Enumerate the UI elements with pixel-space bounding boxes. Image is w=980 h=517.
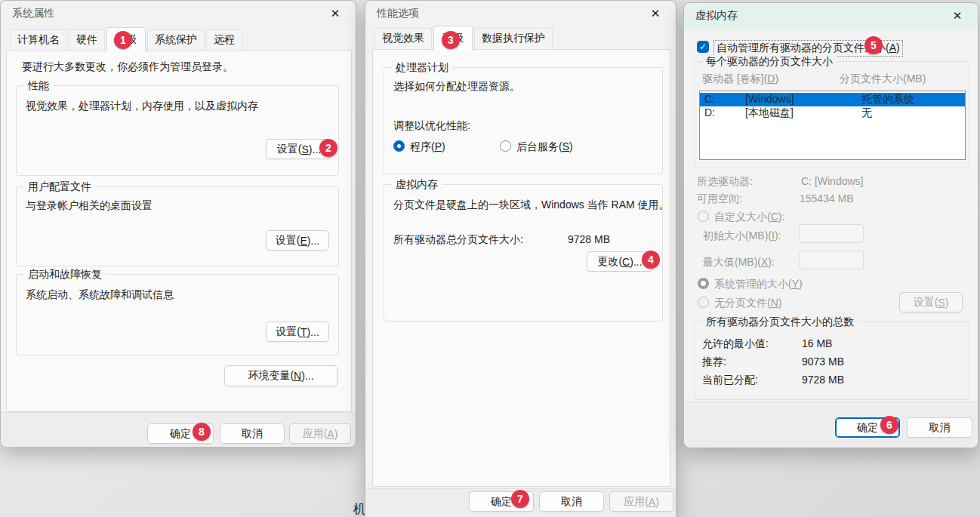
drive-letter: D: xyxy=(704,106,715,118)
performance-group: 性能 视觉效果，处理器计划，内存使用，以及虚拟内存 设置(S)... xyxy=(16,85,339,176)
tab-remote[interactable]: 远程 xyxy=(206,29,242,51)
per-drive-legend: 每个驱动器的分页文件大小 xyxy=(702,54,837,69)
radio-no-paging-file[interactable] xyxy=(698,297,709,308)
drive-paging-size: 无 xyxy=(861,106,872,120)
radio-system-managed-label[interactable]: 系统管理的大小(Y) xyxy=(714,278,803,291)
drive-row-c[interactable]: C: [Windows] 托管的系统 xyxy=(700,93,965,106)
radio-programs-label[interactable]: 程序(P) xyxy=(410,140,445,154)
radio-custom-size[interactable] xyxy=(698,211,709,222)
drive-letter: C: xyxy=(704,93,715,105)
currently-allocated-label: 当前已分配: xyxy=(702,374,758,387)
initial-size-label: 初始大小(MB)(I): xyxy=(703,229,781,243)
step-badge-1: 1 xyxy=(114,31,132,49)
set-button[interactable]: 设置(S) xyxy=(899,292,963,312)
close-icon[interactable]: ✕ xyxy=(322,4,348,23)
drive-volume: [本地磁盘] xyxy=(745,106,794,120)
min-allowed-label: 允许的最小值: xyxy=(702,337,769,351)
auto-manage-checkbox[interactable]: ✓ xyxy=(697,41,709,53)
system-properties-titlebar: 系统属性 ✕ xyxy=(1,1,356,26)
performance-desc: 视觉效果，处理器计划，内存使用，以及虚拟内存 xyxy=(26,100,258,113)
tab-system-protection[interactable]: 系统保护 xyxy=(147,29,205,51)
total-paging-value: 9728 MB xyxy=(568,233,610,245)
cancel-button[interactable]: 取消 xyxy=(907,417,972,438)
selected-drive-label: 所选驱动器: xyxy=(697,175,753,189)
virtual-memory-dialog: 虚拟内存 ✕ ✓ 自动管理所有驱动器的分页文件大小(A) 每个驱动器的分页文件大… xyxy=(683,2,978,448)
radio-programs[interactable] xyxy=(393,140,405,152)
radio-no-paging-file-label[interactable]: 无分页文件(N) xyxy=(714,297,781,310)
processor-scheduling-legend: 处理器计划 xyxy=(392,60,452,75)
max-size-input[interactable] xyxy=(799,251,864,269)
processor-desc: 选择如何分配处理器资源。 xyxy=(393,80,520,94)
step-badge-7: 7 xyxy=(511,490,529,508)
adjust-label: 调整以优化性能: xyxy=(393,119,470,133)
column-header-size: 分页文件大小(MB) xyxy=(840,72,926,86)
startup-recovery-group-legend: 启动和故障恢复 xyxy=(24,267,106,282)
selected-drive-value: C: [Windows] xyxy=(801,175,863,187)
initial-size-input[interactable] xyxy=(799,224,864,243)
startup-recovery-desc: 系统启动、系统故障和调试信息 xyxy=(26,288,174,302)
radio-system-managed[interactable] xyxy=(698,278,709,289)
step-badge-8: 8 xyxy=(193,423,211,441)
paging-file-desc: 分页文件是硬盘上的一块区域，Windows 当作 RAM 使用。 xyxy=(393,198,670,212)
virtual-memory-footer: 确定 取消 xyxy=(684,402,978,448)
column-header-drive: 驱动器 [卷标](D) xyxy=(702,72,778,86)
virtual-memory-legend: 虚拟内存 xyxy=(392,177,442,192)
min-allowed-value: 16 MB xyxy=(802,337,832,349)
virtual-memory-group: 虚拟内存 分页文件是硬盘上的一块区域，Windows 当作 RAM 使用。 所有… xyxy=(384,184,663,322)
total-paging-label: 所有驱动器总分页文件大小: xyxy=(393,233,523,247)
apply-button[interactable]: 应用(A) xyxy=(289,423,351,444)
recommended-value: 9073 MB xyxy=(802,355,844,368)
radio-custom-size-label[interactable]: 自定义大小(C): xyxy=(714,211,784,224)
apply-button[interactable]: 应用(A) xyxy=(609,491,673,512)
user-profiles-settings-button[interactable]: 设置(E)... xyxy=(266,230,329,251)
totals-group: 所有驱动器分页文件大小的总数 允许的最小值: 16 MB 推荐: 9073 MB… xyxy=(694,322,969,400)
cancel-button[interactable]: 取消 xyxy=(220,423,285,444)
max-size-label: 最大值(MB)(X): xyxy=(703,256,775,269)
tab-computer-name[interactable]: 计算机名 xyxy=(10,29,67,51)
radio-background-services-label[interactable]: 后台服务(S) xyxy=(516,140,573,154)
close-icon[interactable]: ✕ xyxy=(945,6,970,26)
step-badge-4: 4 xyxy=(642,251,660,269)
startup-recovery-settings-button[interactable]: 设置(T)... xyxy=(266,322,329,342)
tab-visual-effects[interactable]: 视觉效果 xyxy=(374,28,432,50)
tab-dep[interactable]: 数据执行保护 xyxy=(474,28,553,50)
close-icon[interactable]: ✕ xyxy=(643,4,668,23)
step-badge-6: 6 xyxy=(880,416,898,434)
virtual-memory-titlebar: 虚拟内存 ✕ xyxy=(684,3,978,29)
recommended-label: 推荐: xyxy=(702,355,726,369)
per-drive-group: 每个驱动器的分页文件大小 驱动器 [卷标](D) 分页文件大小(MB) C: [… xyxy=(694,61,969,168)
free-space-value: 155434 MB xyxy=(800,192,854,205)
step-badge-5: 5 xyxy=(864,36,883,54)
user-profiles-desc: 与登录帐户相关的桌面设置 xyxy=(26,199,153,213)
totals-legend: 所有驱动器分页文件大小的总数 xyxy=(702,315,858,329)
dialog-title: 性能选项 xyxy=(377,7,419,20)
system-properties-dialog: 系统属性 ✕ 计算机名 硬件 高级 系统保护 远程 要进行大多数更改，你必须作为… xyxy=(0,0,356,446)
step-badge-3: 3 xyxy=(442,31,460,49)
system-properties-footer: 确定 取消 应用(A) xyxy=(1,412,356,447)
dialog-title: 系统属性 xyxy=(12,7,54,20)
user-profiles-group: 用户配置文件 与登录帐户相关的桌面设置 设置(E)... xyxy=(16,186,339,266)
dialog-title: 虚拟内存 xyxy=(695,9,738,23)
tab-hardware[interactable]: 硬件 xyxy=(69,29,105,51)
performance-options-titlebar: 性能选项 ✕ xyxy=(365,1,676,26)
processor-scheduling-group: 处理器计划 选择如何分配处理器资源。 调整以优化性能: 程序(P) 后台服务(S… xyxy=(384,67,663,174)
step-badge-2: 2 xyxy=(319,139,337,157)
cancel-button[interactable]: 取消 xyxy=(539,491,604,512)
free-space-label: 可用空间: xyxy=(697,192,742,206)
user-profiles-group-legend: 用户配置文件 xyxy=(24,180,95,194)
performance-options-dialog: 性能选项 ✕ 视觉效果 高级 数据执行保护 处理器计划 选择如何分配处理器资源。… xyxy=(365,0,676,517)
startup-recovery-group: 启动和故障恢复 系统启动、系统故障和调试信息 设置(T)... xyxy=(16,274,339,355)
radio-background-services[interactable] xyxy=(500,140,511,152)
performance-options-tabs: 视觉效果 高级 数据执行保护 xyxy=(374,29,554,50)
desktop-background: 机 系统属性 ✕ 计算机名 硬件 高级 系统保护 远程 要进行大多数更改，你必须… xyxy=(0,0,980,517)
drive-listbox[interactable]: C: [Windows] 托管的系统 D: [本地磁盘] 无 xyxy=(699,91,966,160)
admin-notice-text: 要进行大多数更改，你必须作为管理员登录。 xyxy=(22,60,233,74)
drive-row-d[interactable]: D: [本地磁盘] 无 xyxy=(700,106,965,120)
environment-variables-button[interactable]: 环境变量(N)... xyxy=(224,365,337,386)
drive-volume: [Windows] xyxy=(745,93,794,105)
drive-paging-size: 托管的系统 xyxy=(861,93,914,106)
currently-allocated-value: 9728 MB xyxy=(802,374,844,386)
performance-group-legend: 性能 xyxy=(24,78,53,93)
